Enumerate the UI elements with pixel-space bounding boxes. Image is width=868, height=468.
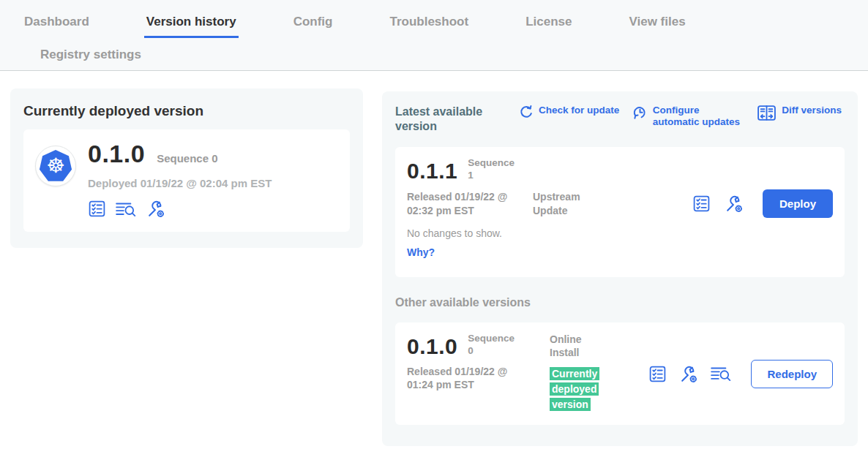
check-for-update-link[interactable]: Check for update [518, 105, 619, 128]
tab-version-history[interactable]: Version history [144, 4, 239, 38]
tab-registry-settings[interactable]: Registry settings [38, 37, 143, 71]
redeploy-button[interactable]: Redeploy [751, 360, 833, 388]
preflight-checks-icon[interactable] [648, 365, 667, 383]
latest-released-label: Released 01/19/22 @ 02:32 pm EST [407, 190, 533, 216]
diff-versions-label: Diff versions [782, 105, 842, 116]
latest-version-number: 0.1.1 [407, 160, 457, 182]
latest-source-label: Upstream Update [533, 190, 612, 216]
nav-primary-row: Dashboard Version history Config Trouble… [0, 0, 868, 38]
check-update-icon [518, 105, 534, 120]
tab-config[interactable]: Config [291, 4, 335, 38]
no-changes-text: No changes to show. [407, 227, 833, 239]
currently-deployed-badge: Currently deployed version [550, 367, 599, 411]
release-notes-icon[interactable] [710, 365, 732, 382]
config-icon[interactable] [678, 364, 698, 384]
deploy-button[interactable]: Deploy [763, 189, 833, 218]
other-version-number: 0.1.0 [407, 336, 457, 358]
config-icon[interactable] [146, 199, 165, 219]
nav-secondary-row: Registry settings [0, 38, 868, 70]
deployed-version-card: ☸ 0.1.0 Sequence 0 Deployed 01/19/22 @ 0… [23, 129, 350, 232]
latest-version-card: 0.1.1 Sequence 1 Released 01/19/22 @ 02:… [395, 147, 845, 277]
other-version-card: 0.1.0 Sequence 0 Released 01/19/22 @ 01:… [395, 322, 845, 425]
configure-auto-updates-link[interactable]: Configure automatic updates [632, 105, 744, 128]
tab-troubleshoot[interactable]: Troubleshoot [387, 4, 471, 38]
other-sequence-label: Sequence 0 [468, 333, 519, 358]
why-link[interactable]: Why? [407, 246, 435, 258]
latest-sequence-label: Sequence 1 [468, 157, 519, 182]
other-versions-title: Other available versions [395, 296, 845, 309]
latest-available-panel: Latest available version Check for updat… [382, 91, 858, 446]
tab-license[interactable]: License [523, 4, 574, 38]
latest-available-title: Latest available version [395, 105, 492, 134]
currently-deployed-title: Currently deployed version [23, 103, 350, 119]
other-released-label: Released 01/19/22 @ 01:24 pm EST [407, 365, 533, 391]
tab-dashboard[interactable]: Dashboard [22, 4, 91, 38]
deployed-version-number: 0.1.0 [88, 140, 145, 168]
deployed-date-label: Deployed 01/19/22 @ 02:04 pm EST [88, 177, 272, 189]
kubernetes-logo: ☸ [35, 146, 76, 186]
auto-update-icon [632, 105, 648, 120]
top-nav: Dashboard Version history Config Trouble… [0, 0, 868, 71]
preflight-checks-icon[interactable] [88, 200, 106, 218]
preflight-checks-icon[interactable] [692, 195, 711, 213]
release-notes-icon[interactable] [115, 200, 137, 218]
check-for-update-label: Check for update [539, 105, 619, 116]
currently-deployed-panel: Currently deployed version ☸ 0.1.0 Seque… [10, 88, 363, 248]
install-type-label: Online Install [550, 333, 595, 359]
diff-icon [757, 105, 777, 121]
configure-auto-updates-label: Configure automatic updates [653, 105, 744, 128]
diff-versions-link[interactable]: Diff versions [757, 105, 842, 128]
tab-view-files[interactable]: View files [626, 4, 687, 38]
deployed-sequence-label: Sequence 0 [157, 152, 217, 165]
config-icon[interactable] [724, 194, 744, 214]
